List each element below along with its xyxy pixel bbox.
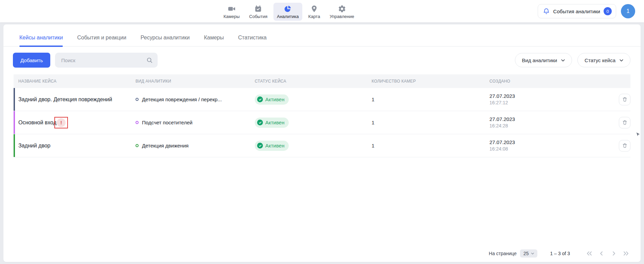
camera-count: 1 — [372, 120, 489, 125]
row-accent-bar — [14, 111, 15, 134]
notifications-label: События аналитики — [553, 8, 600, 14]
nav-item-map[interactable]: Карта — [305, 3, 324, 21]
nav-item-analytics[interactable]: Аналитика — [273, 3, 302, 21]
delete-button[interactable] — [619, 140, 630, 152]
column-header-name: НАЗВАНИЕ КЕЙСА — [14, 79, 136, 84]
table-row[interactable]: Основной вход ! Подсчет посетителей — [14, 111, 630, 134]
gear-icon — [338, 5, 346, 13]
table-body: Задний двор. Детекция повреждений Детекц… — [14, 88, 630, 157]
status-label: Активен — [265, 143, 284, 148]
tab-events-reactions[interactable]: События и реакции — [77, 35, 126, 46]
created-cell: 27.07.2023 16:24:28 — [489, 116, 611, 129]
analytics-type-label: Подсчет посетителей — [142, 120, 193, 125]
column-header-status: СТАТУС КЕЙСА — [255, 79, 372, 84]
nav-label: Аналитика — [277, 14, 299, 19]
analytics-type-filter[interactable]: Вид аналитики — [515, 53, 572, 67]
section-tabs: Кейсы аналитики События и реакции Ресурс… — [3, 24, 641, 47]
search-icon — [146, 57, 153, 64]
last-page-button[interactable] — [622, 249, 630, 258]
case-status-filter[interactable]: Статус кейса — [577, 53, 630, 67]
check-icon — [257, 120, 263, 125]
camera-count: 1 — [372, 143, 489, 148]
tab-cameras[interactable]: Камеры — [204, 35, 224, 46]
tab-statistics[interactable]: Статистика — [238, 35, 267, 46]
table-row[interactable]: Задний двор. Детекция повреждений Детекц… — [14, 88, 630, 111]
cases-table: НАЗВАНИЕ КЕЙСА ВИД АНАЛИТИКИ СТАТУС КЕЙС… — [14, 74, 630, 157]
created-time: 16:24:08 — [489, 146, 611, 152]
case-name: Задний двор — [18, 143, 51, 149]
check-icon — [257, 96, 263, 102]
bell-icon — [543, 8, 550, 15]
created-date: 27.07.2023 — [489, 93, 611, 100]
table-header: НАЗВАНИЕ КЕЙСА ВИД АНАЛИТИКИ СТАТУС КЕЙС… — [14, 74, 630, 88]
next-page-button[interactable] — [609, 249, 618, 258]
filter-label: Статус кейса — [585, 57, 615, 63]
table-row[interactable]: Задний двор Детекция движения Активен — [14, 134, 630, 157]
search-input[interactable] — [55, 53, 158, 68]
toolbar: Добавить Вид аналитики Статус кейса — [3, 47, 641, 68]
double-chevron-right-icon — [623, 251, 629, 256]
camera-count: 1 — [372, 96, 489, 102]
created-cell: 27.07.2023 16:27:12 — [489, 93, 611, 106]
analytics-events-button[interactable]: События аналитики 0 — [538, 4, 616, 18]
status-badge: Активен — [255, 141, 289, 151]
warning-highlight-box: ! — [54, 117, 68, 128]
filter-label: Вид аналитики — [522, 57, 557, 63]
chevron-down-icon — [560, 58, 566, 63]
status-label: Активен — [265, 120, 284, 125]
user-avatar[interactable]: 1 — [621, 4, 635, 18]
analytics-cases-panel: Кейсы аналитики События и реакции Ресурс… — [3, 24, 641, 262]
column-header-camera-count: КОЛИЧЕСТВО КАМЕР — [372, 79, 489, 84]
row-accent-bar — [14, 134, 15, 157]
status-badge: Активен — [255, 94, 289, 105]
nav-label: Управление — [329, 14, 354, 19]
case-name: Задний двор. Детекция повреждений — [18, 96, 112, 103]
trash-icon — [622, 120, 628, 125]
tab-analytics-resources[interactable]: Ресурсы аналитики — [141, 35, 190, 46]
check-icon — [257, 143, 263, 148]
pie-chart-icon — [284, 5, 292, 13]
map-pin-icon — [310, 5, 318, 13]
per-page-value: 25 — [523, 251, 529, 256]
analytics-type-icon — [136, 144, 139, 147]
tab-analytics-cases[interactable]: Кейсы аналитики — [19, 35, 63, 46]
created-date: 27.07.2023 — [489, 139, 611, 146]
pagination-bar: На странице 25 1 – 3 of 3 — [489, 249, 630, 258]
status-badge: Активен — [255, 118, 289, 128]
search-box — [55, 53, 158, 68]
created-time: 16:27:12 — [489, 100, 611, 106]
column-header-analytics-type: ВИД АНАЛИТИКИ — [136, 79, 255, 84]
analytics-type-label: Детекция движения — [142, 143, 189, 148]
double-chevron-left-icon — [586, 251, 593, 256]
prev-page-button[interactable] — [597, 249, 606, 258]
analytics-type-icon — [136, 121, 139, 124]
app-header: Камеры События Аналитика Карта Управлени… — [0, 0, 644, 22]
nav-label: События — [249, 14, 268, 19]
column-header-created: СОЗДАНО — [489, 79, 611, 84]
trash-icon — [622, 143, 628, 148]
nav-label: Камеры — [223, 14, 240, 19]
status-label: Активен — [265, 96, 284, 102]
chevron-right-icon — [610, 251, 617, 256]
camera-icon — [228, 5, 236, 13]
nav-item-events[interactable]: События — [246, 3, 271, 21]
trash-icon — [622, 96, 628, 102]
chevron-down-icon — [619, 58, 624, 63]
first-page-button[interactable] — [585, 249, 594, 258]
warning-icon: ! — [57, 118, 66, 127]
page-range-label: 1 – 3 of 3 — [550, 251, 570, 256]
per-page-select[interactable]: 25 — [520, 249, 537, 258]
case-name: Основной вход — [18, 120, 56, 126]
main-navigation: Камеры События Аналитика Карта Управлени… — [220, 3, 358, 21]
add-button[interactable]: Добавить — [13, 53, 50, 68]
nav-item-management[interactable]: Управление — [326, 3, 357, 21]
nav-label: Карта — [308, 14, 320, 19]
created-cell: 27.07.2023 16:24:08 — [489, 139, 611, 152]
pager-buttons — [585, 249, 630, 258]
delete-button[interactable] — [619, 117, 630, 128]
row-accent-bar — [14, 88, 15, 111]
nav-item-cameras[interactable]: Камеры — [220, 3, 243, 21]
analytics-type-label: Детекция повреждения / перекр... — [142, 96, 222, 102]
chevron-left-icon — [598, 251, 605, 256]
delete-button[interactable] — [619, 94, 630, 105]
